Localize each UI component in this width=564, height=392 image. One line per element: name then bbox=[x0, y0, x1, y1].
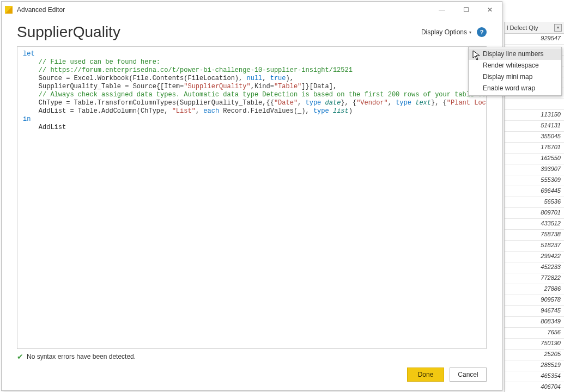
table-row: 452233 bbox=[505, 262, 564, 273]
table-row: 27886 bbox=[505, 284, 564, 295]
table-row bbox=[505, 99, 564, 110]
table-row: 288519 bbox=[505, 360, 564, 371]
table-row: 113150 bbox=[505, 110, 564, 121]
help-icon[interactable]: ? bbox=[477, 27, 487, 37]
display-options-menu: Display line numbers Render whitespace D… bbox=[468, 47, 562, 96]
close-button[interactable]: ✕ bbox=[478, 2, 502, 18]
menu-item-line-numbers[interactable]: Display line numbers bbox=[469, 48, 561, 60]
status-line: ✔ No syntax errors have been detected. bbox=[17, 352, 487, 361]
status-text: No syntax errors have been detected. bbox=[27, 353, 136, 360]
code-editor[interactable]: let // File used can be found here: // h… bbox=[17, 46, 487, 349]
check-icon: ✔ bbox=[17, 352, 23, 361]
column-header[interactable]: l Defect Qty ▾ bbox=[505, 22, 564, 34]
table-row: 809701 bbox=[505, 208, 564, 219]
cancel-button[interactable]: Cancel bbox=[450, 367, 487, 382]
table-row: 758738 bbox=[505, 230, 564, 241]
table-row: 696445 bbox=[505, 186, 564, 197]
table-row: 909578 bbox=[505, 295, 564, 306]
caret-down-icon: ▾ bbox=[469, 30, 471, 35]
column-header-label: l Defect Qty bbox=[507, 24, 538, 31]
menu-item-word-wrap[interactable]: Enable word wrap bbox=[469, 83, 561, 94]
display-options-button[interactable]: Display Options ▾ bbox=[421, 28, 471, 36]
table-row: 946745 bbox=[505, 306, 564, 317]
table-row: 56536 bbox=[505, 197, 564, 208]
table-row: 808349 bbox=[505, 317, 564, 328]
table-row: 406704 bbox=[505, 382, 564, 392]
column-dropdown-icon[interactable]: ▾ bbox=[554, 24, 562, 32]
done-button[interactable]: Done bbox=[407, 367, 444, 382]
table-row: 433512 bbox=[505, 219, 564, 230]
table-row: 465354 bbox=[505, 371, 564, 382]
dialog-footer: Done Cancel bbox=[2, 361, 502, 390]
query-name: SupplierQuality bbox=[17, 23, 120, 41]
table-row: 355045 bbox=[505, 132, 564, 143]
table-row: 299422 bbox=[505, 252, 564, 262]
table-row: 162550 bbox=[505, 154, 564, 164]
app-icon bbox=[5, 6, 13, 14]
titlebar: Advanced Editor — ☐ ✕ bbox=[2, 2, 502, 18]
table-row: 555309 bbox=[505, 175, 564, 186]
table-row: 7656 bbox=[505, 328, 564, 339]
table-row: 518237 bbox=[505, 241, 564, 252]
menu-item-mini-map[interactable]: Display mini map bbox=[469, 71, 561, 83]
table-row: 929547 bbox=[505, 34, 564, 45]
table-row: 514131 bbox=[505, 121, 564, 132]
advanced-editor-dialog: Advanced Editor — ☐ ✕ SupplierQuality Di… bbox=[1, 1, 502, 391]
code-content[interactable]: let // File used can be found here: // h… bbox=[17, 47, 486, 348]
table-row: 750190 bbox=[505, 339, 564, 350]
dialog-header: SupplierQuality Display Options ▾ ? bbox=[2, 18, 502, 44]
minimize-button[interactable]: — bbox=[430, 2, 454, 18]
window-title: Advanced Editor bbox=[17, 6, 65, 14]
table-row: 25205 bbox=[505, 350, 564, 360]
maximize-button[interactable]: ☐ bbox=[454, 2, 478, 18]
window-controls: — ☐ ✕ bbox=[430, 2, 502, 18]
display-options-label: Display Options bbox=[421, 28, 467, 36]
table-row: 176701 bbox=[505, 143, 564, 154]
table-row: 772822 bbox=[505, 273, 564, 284]
menu-item-render-whitespace[interactable]: Render whitespace bbox=[469, 60, 561, 71]
table-row: 393907 bbox=[505, 164, 564, 175]
